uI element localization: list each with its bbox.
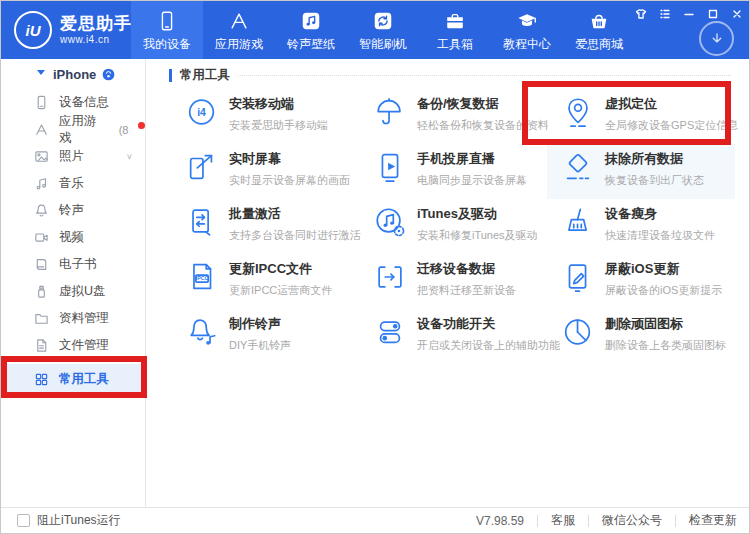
tool-delete-stubborn-icons[interactable]: 删除顽固图标删除设备上各类顽固图标 [547, 309, 735, 364]
mall-basket-icon [588, 10, 610, 32]
tool-title: 制作铃声 [229, 315, 291, 333]
music-icon [34, 176, 49, 191]
divider [675, 515, 676, 527]
tool-itunes-driver[interactable]: iTunes及驱动安装和修复iTunes及驱动 [359, 199, 547, 254]
tool-title: 安装移动端 [229, 95, 328, 113]
app-name: 爱思助手 [60, 15, 132, 34]
nav-label: 智能刷机 [359, 36, 407, 53]
tool-make-ringtone[interactable]: 制作铃声DIY手机铃声 [171, 309, 359, 364]
nav-item-my-device[interactable]: 我的设备 [131, 1, 203, 59]
photos-icon [34, 149, 49, 164]
tool-screen-mirror[interactable]: 手机投屏直播电脑同步显示设备屏幕 [359, 144, 547, 199]
sidebar: iPhone 设备信息 应用游戏 (8 照片 ˅ 音乐 铃声 [1, 59, 146, 509]
tool-subtitle: 全局修改设备GPS定位信息 [605, 118, 738, 133]
batch-activate-icon [185, 205, 219, 239]
nav-item-ringtone-wallpaper[interactable]: 铃声壁纸 [275, 1, 347, 59]
tool-batch-activate[interactable]: 批量激活支持多台设备同时进行激活 [171, 199, 359, 254]
svg-text:IPCC: IPCC [196, 275, 209, 281]
notification-dot [138, 122, 145, 129]
download-circle-icon[interactable] [699, 21, 734, 56]
tool-subtitle: 把资料迁移至新设备 [417, 283, 516, 298]
nav-item-app-games[interactable]: 应用游戏 [203, 1, 275, 59]
tool-block-ios-update[interactable]: 屏蔽iOS更新屏蔽设备的iOS更新提示 [547, 254, 735, 309]
divider [588, 515, 589, 527]
sidebar-item-data-manage[interactable]: 资料管理 [1, 305, 145, 332]
block-itunes-checkbox[interactable] [17, 514, 30, 527]
wechat-official-link[interactable]: 微信公众号 [602, 512, 662, 529]
tool-title: iTunes及驱动 [417, 205, 538, 223]
block-itunes-label[interactable]: 阻止iTunes运行 [37, 512, 121, 529]
app-window: iU 爱思助手 www.i4.cn 我的设备 应用游戏 [0, 0, 750, 534]
sidebar-item-label: 文件管理 [59, 337, 109, 354]
sidebar-device-iphone[interactable]: iPhone [1, 59, 145, 89]
grid-icon [34, 372, 49, 387]
nav-label: 教程中心 [503, 36, 551, 53]
app-count: (8 [119, 124, 129, 136]
tool-title: 手机投屏直播 [417, 150, 527, 168]
tool-subtitle: 恢复设备到出厂状态 [605, 173, 704, 188]
nav-item-tutorial-center[interactable]: 教程中心 [491, 1, 563, 59]
main-content: 常用工具 i4 安装移动端安装爱思助手移动端 备份/恢复数据轻松备份和恢复设备的… [147, 59, 750, 509]
tool-title: 批量激活 [229, 205, 361, 223]
chevron-down-icon[interactable]: ˅ [127, 152, 132, 162]
close-icon[interactable] [731, 6, 743, 18]
ringtone-maker-icon [185, 315, 219, 349]
itunes-driver-icon [373, 205, 407, 239]
tool-title: 备份/恢复数据 [417, 95, 549, 113]
header-bar: iU 爱思助手 www.i4.cn 我的设备 应用游戏 [1, 1, 750, 59]
device-label: iPhone [53, 67, 96, 82]
my-device-phone-icon [156, 10, 178, 32]
umbrella-icon [373, 95, 407, 129]
smart-flash-icon [372, 10, 394, 32]
customer-service-link[interactable]: 客服 [551, 512, 575, 529]
tool-virtual-location[interactable]: 虚拟定位全局修改设备GPS定位信息 [547, 89, 735, 144]
maximize-icon[interactable] [707, 6, 719, 18]
sidebar-item-app-games[interactable]: 应用游戏 (8 [1, 116, 145, 143]
status-bar-right: V7.98.59 客服 微信公众号 检查更新 [476, 512, 750, 529]
sidebar-item-photos[interactable]: 照片 ˅ [1, 143, 145, 170]
tool-subtitle: DIY手机铃声 [229, 338, 291, 353]
dotted-divider [238, 75, 731, 76]
nav-label: 爱思商城 [575, 36, 623, 53]
tool-title: 实时屏幕 [229, 150, 350, 168]
tool-title: 迁移设备数据 [417, 260, 516, 278]
tool-subtitle: 快速清理设备垃圾文件 [605, 228, 715, 243]
minimize-icon[interactable] [683, 6, 695, 18]
sidebar-item-common-tools[interactable]: 常用工具 [1, 364, 145, 394]
tutorial-cap-icon [516, 10, 538, 32]
ebook-icon [34, 257, 49, 272]
skin-icon[interactable] [635, 6, 647, 18]
sidebar-item-video[interactable]: 视频 [1, 224, 145, 251]
sidebar-item-ebook[interactable]: 电子书 [1, 251, 145, 278]
i4-logo-icon: iU [14, 11, 52, 49]
folder-icon [34, 311, 49, 326]
tool-device-slim[interactable]: 设备瘦身快速清理设备垃圾文件 [547, 199, 735, 254]
tool-feature-toggles[interactable]: 设备功能开关开启或关闭设备上的辅助功能 [359, 309, 547, 364]
toolbox-icon [444, 10, 466, 32]
sidebar-item-label: 应用游戏 [59, 113, 106, 147]
tool-update-ipcc[interactable]: IPCC 更新IPCC文件更新IPCC运营商文件 [171, 254, 359, 309]
sidebar-item-ringtone[interactable]: 铃声 [1, 197, 145, 224]
sidebar-item-virtual-udisk[interactable]: 虚拟U盘 [1, 278, 145, 305]
tool-backup-restore[interactable]: 备份/恢复数据轻松备份和恢复设备的资料 [359, 89, 547, 144]
tool-migrate-data[interactable]: 迁移设备数据把资料迁移至新设备 [359, 254, 547, 309]
nav-item-mall[interactable]: 爱思商城 [563, 1, 635, 59]
tool-title: 更新IPCC文件 [229, 260, 332, 278]
menu-icon[interactable] [659, 6, 671, 18]
tool-subtitle: 更新IPCC运营商文件 [229, 283, 332, 298]
app-a-icon [34, 122, 49, 137]
migrate-data-icon [373, 260, 407, 294]
tool-subtitle: 电脑同步显示设备屏幕 [417, 173, 527, 188]
sidebar-item-music[interactable]: 音乐 [1, 170, 145, 197]
check-update-link[interactable]: 检查更新 [689, 512, 737, 529]
sidebar-item-file-manage[interactable]: 文件管理 [1, 332, 145, 359]
nav-item-toolbox[interactable]: 工具箱 [419, 1, 491, 59]
tool-install-mobile[interactable]: i4 安装移动端安装爱思助手移动端 [171, 89, 359, 144]
nav-item-smart-flash[interactable]: 智能刷机 [347, 1, 419, 59]
device-info-icon [34, 95, 49, 110]
tool-subtitle: 安装和修复iTunes及驱动 [417, 228, 538, 243]
tool-title: 屏蔽iOS更新 [605, 260, 722, 278]
section-title: 常用工具 [180, 67, 230, 84]
tool-erase-all-data[interactable]: 抹除所有数据恢复设备到出厂状态 [547, 144, 735, 199]
tool-realtime-screen[interactable]: 实时屏幕实时显示设备屏幕的画面 [171, 144, 359, 199]
